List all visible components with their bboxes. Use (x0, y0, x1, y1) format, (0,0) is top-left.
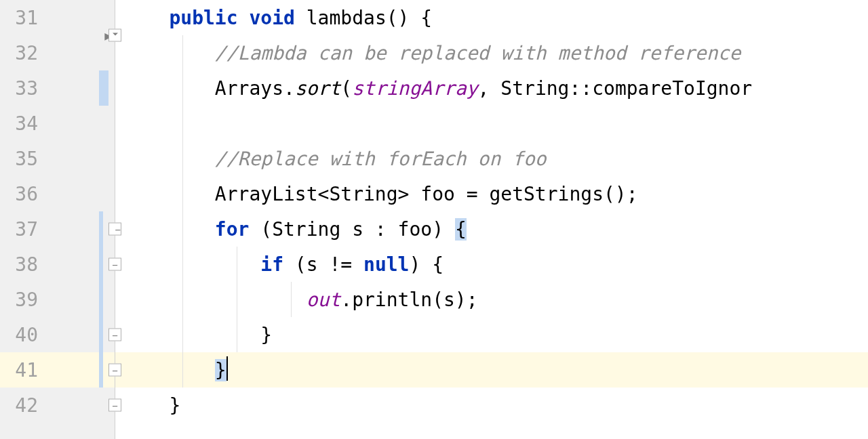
code-text (123, 77, 215, 100)
keyword: null (363, 253, 409, 276)
keyword: void (249, 7, 294, 29)
field: stringArray (352, 77, 477, 100)
change-marker[interactable] (99, 247, 103, 282)
code-text: ( (340, 77, 352, 100)
fold-icon[interactable]: − (108, 364, 121, 377)
code-line[interactable]: } (115, 388, 868, 423)
code-line[interactable]: for (String s : foo) { (115, 211, 868, 247)
indent-guide (291, 282, 292, 317)
line-number: 32 (0, 42, 46, 64)
code-text: (s != (283, 253, 363, 276)
code-area[interactable]: public void lambdas() { //Lambda can be … (115, 0, 868, 439)
indent-guide (182, 211, 183, 247)
code-line-current[interactable]: } (115, 352, 868, 388)
code-text: (String s : foo) (249, 218, 454, 241)
indent-guide (237, 282, 237, 317)
code-text (123, 394, 169, 417)
code-text (123, 253, 260, 276)
indent-guide (237, 317, 237, 352)
code-text: } (260, 324, 272, 346)
code-line[interactable]: out.println(s); (115, 282, 868, 317)
indent-guide (182, 106, 183, 141)
comment: //Replace with forEach on foo (215, 148, 547, 170)
line-number: 36 (0, 183, 46, 205)
code-text: } (169, 394, 180, 417)
gutter: 31 32 ▶ 33 34 35 3 (0, 0, 115, 439)
code-text (238, 7, 250, 29)
gutter-line: 38 − (0, 247, 115, 282)
fold-icon[interactable]: − (108, 223, 121, 236)
line-number: 39 (0, 289, 46, 311)
keyword: if (260, 253, 283, 276)
indent-guide (182, 282, 183, 317)
code-line[interactable]: Arrays.sort(stringArray, String::compare… (115, 70, 868, 106)
fold-icon[interactable] (108, 29, 121, 42)
code-text (123, 218, 215, 241)
code-text (123, 42, 215, 64)
change-marker[interactable] (99, 317, 103, 352)
gutter-line: 42 − (0, 388, 115, 423)
gutter-line: 31 (0, 0, 115, 35)
keyword: for (215, 218, 250, 241)
minus-icon: − (112, 365, 117, 375)
fold-icon[interactable]: − (108, 329, 121, 341)
line-number: 42 (0, 394, 46, 417)
indent-guide (182, 70, 183, 106)
code-line[interactable]: public void lambdas() { (115, 0, 868, 35)
change-marker[interactable] (99, 282, 103, 317)
code-line[interactable]: ArrayList<String> foo = getStrings(); (115, 176, 868, 211)
code-text: .println(s); (340, 289, 477, 311)
minus-icon: − (112, 259, 117, 269)
code-line[interactable]: } (115, 317, 868, 352)
code-text: ArrayList<String> foo = getStrings(); (215, 183, 638, 205)
method: sort (295, 77, 340, 100)
indent-guide (182, 176, 183, 211)
brace-match: { (455, 218, 467, 241)
fold-icon[interactable]: − (108, 258, 121, 271)
line-number: 35 (0, 148, 46, 170)
gutter-line: 37 − (0, 211, 115, 247)
line-number: 34 (0, 112, 46, 135)
code-text: , String::compareToIgnor (478, 77, 753, 100)
code-line[interactable]: //Replace with forEach on foo (115, 141, 868, 176)
gutter-line: 34 (0, 106, 115, 141)
indent-guide (237, 247, 237, 282)
indent-guide (182, 35, 183, 70)
change-marker[interactable] (99, 352, 103, 388)
change-marker[interactable] (99, 70, 108, 106)
gutter-line: 35 (0, 141, 115, 176)
code-text (123, 7, 169, 29)
gutter-line: 32 ▶ (0, 35, 115, 70)
line-number: 37 (0, 218, 46, 241)
code-line[interactable] (115, 106, 868, 141)
code-text: ) { (409, 253, 443, 276)
line-number: 40 (0, 324, 46, 346)
code-text (123, 324, 260, 346)
line-number: 31 (0, 7, 46, 29)
code-text (123, 359, 215, 381)
code-editor: 31 32 ▶ 33 34 35 3 (0, 0, 868, 439)
code-text (123, 148, 215, 170)
gutter-line: 36 (0, 176, 115, 211)
change-marker[interactable] (99, 211, 103, 247)
indent-guide (182, 317, 183, 352)
gutter-line: 41 − (0, 352, 115, 388)
line-number: 38 (0, 253, 46, 276)
line-number: 33 (0, 77, 46, 100)
code-line[interactable]: if (s != null) { (115, 247, 868, 282)
indent-guide (182, 352, 183, 388)
comment: //Lambda can be replaced with method ref… (215, 42, 741, 64)
code-text (123, 183, 215, 205)
minus-icon: − (112, 400, 117, 410)
code-text: lambdas() { (295, 7, 432, 29)
static-field: out (307, 289, 341, 311)
gutter-line: 33 (0, 70, 115, 106)
fold-icon[interactable]: − (108, 399, 121, 412)
minus-icon: − (112, 330, 117, 339)
indent-guide (182, 247, 183, 282)
gutter-line: 40 − (0, 317, 115, 352)
minus-icon: − (115, 224, 121, 234)
keyword: public (169, 7, 237, 29)
indent-guide (182, 141, 183, 176)
code-line[interactable]: //Lambda can be replaced with method ref… (115, 35, 868, 70)
